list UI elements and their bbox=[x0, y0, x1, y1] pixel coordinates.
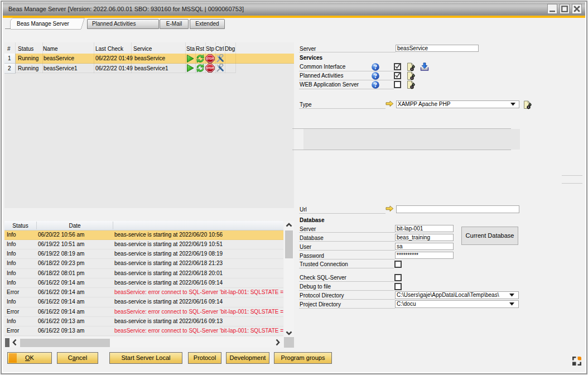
svg-text:STOP: STOP bbox=[206, 57, 213, 60]
svg-text:STOP: STOP bbox=[206, 67, 213, 70]
svg-text:?: ? bbox=[374, 81, 377, 88]
svg-text:?: ? bbox=[374, 64, 377, 70]
svg-text:?: ? bbox=[374, 73, 377, 79]
